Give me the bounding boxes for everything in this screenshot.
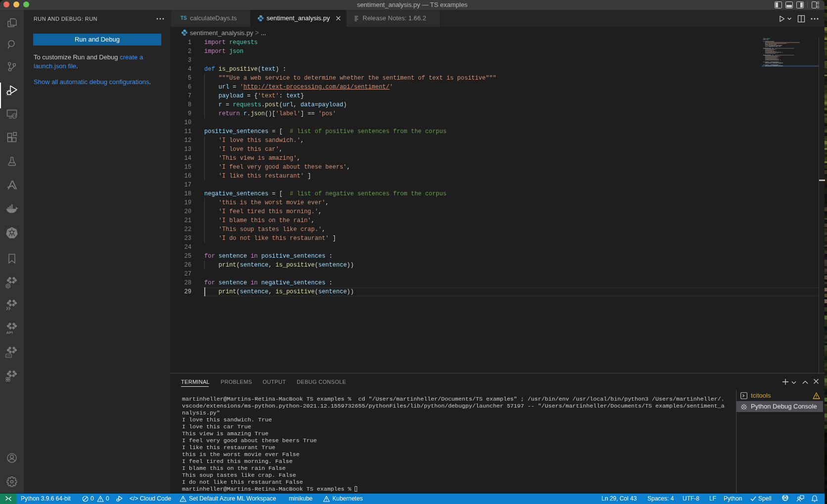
svg-text:API: API bbox=[6, 330, 13, 335]
